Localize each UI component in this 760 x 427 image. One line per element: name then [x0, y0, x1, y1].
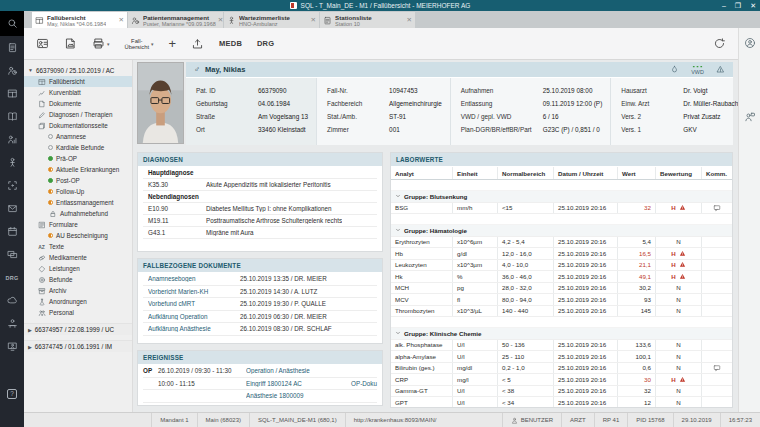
document-viewer-button[interactable] — [64, 37, 77, 50]
vwd-icon[interactable]: VWD — [690, 65, 705, 75]
case-node-collapsed[interactable]: ▶66374957 / 22.08.1999 / UC — [24, 323, 132, 335]
drg-button[interactable]: DRG — [257, 39, 274, 48]
lab-value-row[interactable]: BSGmm/h<1525.10.2019 20:1632H — [391, 203, 732, 215]
diagnosis-row[interactable]: E10.90Diabetes Mellitus Typ I: ohne Komp… — [143, 203, 377, 215]
event-link[interactable]: Anästhesie 1800009 — [246, 392, 331, 399]
lab-value-row[interactable]: Leukozytenx10^3µm4,0 - 10,025.10.2019 20… — [391, 260, 732, 272]
tab-wartezimmerliste[interactable]: WartezimmerlisteHNO-Ambulanz✕ — [224, 12, 319, 28]
calendar-icon[interactable] — [0, 220, 24, 243]
nav-item-fallübersicht[interactable]: Fallübersicht — [24, 76, 132, 87]
document-link[interactable]: Vorbefund cMRT — [148, 300, 240, 307]
lab-value-row[interactable]: alk. PhosphataseU/l50 - 13625.10.2019 20… — [391, 340, 732, 352]
person-standing-icon[interactable] — [0, 151, 24, 174]
lab-value-row[interactable]: Erythrozytenx10^6µm4,2 - 5,425.10.2019 2… — [391, 237, 732, 249]
diagnosis-row[interactable]: G43.1Migräne mit Aura — [143, 227, 377, 239]
document-row[interactable]: Vorbefund cMRT25.10.2019 19:30 / P. QUAL… — [143, 298, 377, 311]
nav-item-anordnungen[interactable]: Anordnungen — [24, 296, 132, 307]
events-panel-header[interactable]: EREIGNISSE — [138, 351, 382, 364]
nav-item-texte[interactable]: AZTexte — [24, 241, 132, 252]
event-row[interactable]: 10:00 - 11:15Eingriff 1800124 ACOP-Doku — [143, 378, 377, 391]
lab-value-row[interactable]: alpha-AmylaseU/l25 - 11025.10.2019 20:16… — [391, 351, 732, 363]
nav-item-diagnosen-therapien[interactable]: Diagnosen / Therapien — [24, 109, 132, 120]
nav-item-personal[interactable]: Personal — [24, 307, 132, 318]
document-link[interactable]: Vorbericht Marien-KH — [148, 288, 240, 295]
close-icon[interactable]: ✕ — [117, 16, 124, 24]
mail-icon[interactable] — [0, 197, 24, 220]
lab-value-row[interactable]: CRPmg/l< 525.10.2019 20:1630H — [391, 374, 732, 386]
export-button[interactable] — [191, 37, 204, 50]
nav-item-entlassmanagement[interactable]: Entlassmanagement — [24, 197, 132, 208]
maximize-button[interactable]: ❐ — [735, 0, 741, 11]
case-node-collapsed[interactable]: ▶66374745 / 01.06.1991 / IM — [24, 340, 132, 352]
lab-value-row[interactable]: Bilirubin (ges.)mg/dl0,2 - 1,025.10.2019… — [391, 363, 732, 375]
lab-group-row[interactable]: Gruppe: Blutsenkung — [391, 191, 732, 203]
print-button[interactable]: ▾ — [92, 37, 110, 50]
nav-item-leistungen[interactable]: Leistungen — [24, 263, 132, 274]
person-clock-icon[interactable] — [0, 59, 24, 82]
event-row[interactable]: Anästhesie 1800009 — [143, 390, 377, 403]
nav-item-aufnahmebefund[interactable]: Aufnahmebefund — [24, 208, 132, 219]
close-icon[interactable]: ✕ — [216, 16, 223, 24]
minimize-button[interactable]: – — [722, 0, 726, 11]
expand-icon[interactable] — [0, 174, 24, 197]
help-icon[interactable]: ? — [0, 382, 24, 405]
lab-value-row[interactable]: Hbg/dl12,0 - 16,025.10.2019 20:1616,5H — [391, 248, 732, 260]
document-row[interactable]: Aufklärung Anästhesie26.10.2019 08:30 / … — [143, 323, 377, 336]
tab-fallübersicht[interactable]: FallübersichtMay, Niklas *04.06.1984✕ — [32, 12, 127, 28]
person-circle-icon[interactable] — [744, 37, 756, 49]
close-button[interactable]: ✕ — [750, 0, 756, 11]
nav-item-dokumentationsseite[interactable]: Dokumentationsseite — [24, 120, 132, 131]
lab-kommentar[interactable] — [702, 363, 732, 374]
patient-record-button[interactable] — [36, 37, 49, 50]
add-button[interactable]: + — [169, 37, 177, 50]
refresh-button[interactable] — [713, 37, 726, 50]
comment-icon[interactable] — [713, 204, 721, 212]
person-desk-icon[interactable] — [0, 312, 24, 335]
nav-item-archiv[interactable]: Archiv — [24, 285, 132, 296]
nav-item-au-bescheinigung[interactable]: AU Bescheinigung — [24, 230, 132, 241]
lab-value-row[interactable]: MCVfl80,0 - 94,025.10.2019 20:1693N — [391, 294, 732, 306]
document-row[interactable]: Anamnesebogen25.10.2019 13:35 / DR. MEIE… — [143, 273, 377, 286]
lab-value-row[interactable]: GPTU/l< 3425.10.2019 20:1612N — [391, 397, 732, 407]
lab-value-row[interactable]: Thrombozytenx10^3/µL140 - 44025.10.2019 … — [391, 306, 732, 318]
case-node-active[interactable]: ▼66379090 / 25.10.2019 / AC — [24, 64, 132, 76]
nav-item-kurvenblatt[interactable]: Kurvenblatt — [24, 87, 132, 98]
document-link[interactable]: Aufklärung Operation — [148, 313, 240, 320]
document-link[interactable]: Aufklärung Anästhesie — [148, 325, 240, 332]
event-link[interactable]: Operation / Anästhesie — [246, 367, 331, 374]
lab-values-panel-header[interactable]: LABORWERTE — [391, 153, 732, 166]
nav-item-formulare[interactable]: Formulare — [24, 219, 132, 230]
search-icon[interactable] — [0, 11, 24, 36]
tab-stationsliste[interactable]: StationslisteStation 10✕ — [320, 12, 415, 28]
monitors-icon[interactable] — [0, 243, 24, 266]
book-icon[interactable] — [0, 105, 24, 128]
drg-text-icon[interactable]: DRG — [0, 266, 24, 289]
person-chart-icon[interactable] — [0, 128, 24, 151]
nav-item-befunde[interactable]: Befunde — [24, 274, 132, 285]
lab-value-row[interactable]: MCHpg28,0 - 32,025.10.2019 20:1630,2N — [391, 283, 732, 295]
nav-item-aktuelle-erkrankungen[interactable]: Aktuelle Erkrankungen — [24, 164, 132, 175]
cloud-icon[interactable] — [0, 289, 24, 312]
nav-item-medikamente[interactable]: Medikamente — [24, 252, 132, 263]
nav-item-follow-up[interactable]: Follow-Up — [24, 186, 132, 197]
nav-item-prä-op[interactable]: Prä-OP — [24, 153, 132, 164]
case-documents-panel-header[interactable]: FALLBEZOGENE DOKUMENTE — [138, 259, 382, 272]
medb-button[interactable]: MEDB — [219, 39, 242, 48]
nav-item-dokumente[interactable]: Dokumente — [24, 98, 132, 109]
view-switcher[interactable]: Fall-Übersicht▾ — [125, 38, 154, 50]
close-icon[interactable]: ✕ — [309, 16, 316, 24]
tab-patientenmanagement[interactable]: PatientenmanagementPuster, Marianne *09.… — [128, 12, 223, 28]
diagnoses-panel-header[interactable]: DIAGNOSEN — [138, 153, 382, 166]
lab-value-row[interactable]: Gamma-GTU/l< 3825.10.2019 20:1632N — [391, 386, 732, 398]
droplet-icon[interactable] — [670, 65, 679, 74]
lab-value-row[interactable]: Hk%36,0 - 46,025.10.2019 20:1649,1H — [391, 271, 732, 283]
lab-kommentar[interactable] — [702, 203, 732, 214]
event-doc-link[interactable]: OP-Doku — [331, 380, 377, 387]
diagnosis-row[interactable]: K35.30Akute Appendizitis mit lokalisiert… — [143, 179, 377, 191]
comment-icon[interactable] — [713, 364, 721, 372]
close-icon[interactable]: ✕ — [405, 16, 412, 24]
grid-icon[interactable] — [0, 82, 24, 105]
document-row[interactable]: Vorbericht Marien-KH25.10.2019 14:30 / A… — [143, 286, 377, 299]
event-row[interactable]: OP26.10.2019 / 09:30 - 11:30Operation / … — [143, 365, 377, 378]
event-link[interactable]: Eingriff 1800124 AC — [246, 380, 331, 387]
